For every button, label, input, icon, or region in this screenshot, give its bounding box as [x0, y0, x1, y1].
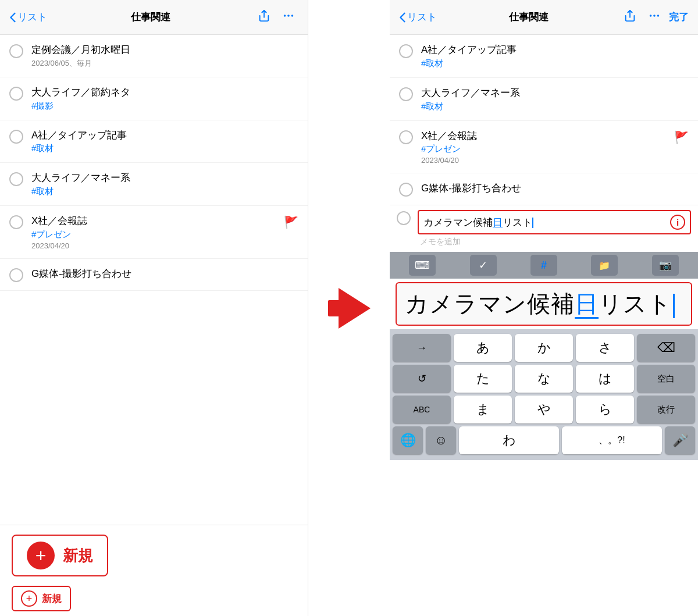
- item-checkbox[interactable]: [9, 130, 23, 144]
- item-checkbox[interactable]: [9, 172, 23, 186]
- toolbar-hash-icon[interactable]: #: [530, 255, 557, 276]
- right-nav-bar: リスト 仕事関連 完了: [390, 0, 698, 35]
- item-title: 定例会議／月初水曜日: [31, 43, 298, 57]
- list-item[interactable]: 定例会議／月初水曜日 2023/06/05、毎月: [0, 35, 308, 77]
- flag-icon: 🚩: [674, 130, 689, 144]
- new-button-small-icon: +: [21, 590, 37, 607]
- toolbar-folder-icon[interactable]: 📁: [591, 255, 618, 276]
- svg-point-6: [653, 15, 656, 17]
- list-item[interactable]: A社／タイアップ記事 #取材: [390, 35, 698, 78]
- ime-preview-highlight: 日: [575, 291, 599, 319]
- item-title: G媒体-撮影打ち合わせ: [31, 267, 298, 281]
- left-more-icon[interactable]: [279, 9, 298, 25]
- key-ma[interactable]: ま: [454, 396, 512, 423]
- key-space[interactable]: 空白: [637, 365, 695, 393]
- key-abc[interactable]: ABC: [393, 396, 451, 423]
- editing-item-row[interactable]: カメラマン候補日リスト i メモを追加: [390, 205, 698, 252]
- item-title: A社／タイアップ記事: [421, 43, 689, 57]
- key-wa[interactable]: わ: [459, 426, 559, 454]
- right-more-icon[interactable]: [644, 9, 664, 25]
- item-date: 2023/04/20: [31, 241, 276, 250]
- list-item[interactable]: G媒体-撮影打ち合わせ: [390, 173, 698, 205]
- key-ha[interactable]: は: [576, 365, 634, 393]
- item-title: 大人ライフ／節約ネタ: [31, 86, 298, 99]
- item-checkbox[interactable]: [9, 215, 23, 229]
- arrow-container: [308, 0, 390, 616]
- item-tag: #撮影: [31, 101, 298, 112]
- keyboard-row-3: ABC ま や ら 改行: [393, 396, 695, 423]
- editing-item-checkbox[interactable]: [397, 211, 411, 225]
- item-content: X社／会報誌 #プレゼン 2023/04/20: [421, 129, 666, 165]
- item-checkbox[interactable]: [9, 44, 23, 58]
- key-globe[interactable]: 🌐: [393, 426, 423, 454]
- list-item[interactable]: X社／会報誌 #プレゼン 2023/04/20 🚩: [0, 206, 308, 259]
- list-item[interactable]: A社／タイアップ記事 #取材: [0, 120, 308, 163]
- left-share-icon[interactable]: [254, 9, 274, 25]
- right-panel: リスト 仕事関連 完了 A社／タイアップ記事 #取材: [390, 0, 698, 616]
- item-tag: #取材: [31, 143, 298, 154]
- right-share-icon[interactable]: [620, 9, 640, 25]
- item-content: G媒体-撮影打ち合わせ: [421, 181, 689, 195]
- key-ka[interactable]: か: [515, 334, 573, 362]
- key-undo[interactable]: ↺: [393, 365, 451, 393]
- right-back-label: リスト: [407, 10, 437, 24]
- item-checkbox[interactable]: [399, 44, 413, 58]
- right-back-button[interactable]: リスト: [399, 10, 437, 24]
- left-nav-bar: リスト 仕事関連: [0, 0, 308, 35]
- toolbar-keyboard-icon[interactable]: ⌨: [409, 255, 436, 276]
- item-title: X社／会報誌: [421, 129, 666, 143]
- new-button-small-label: 新規: [42, 592, 62, 606]
- toolbar-camera-icon[interactable]: 📷: [652, 255, 679, 276]
- editing-text-box[interactable]: カメラマン候補日リスト i: [418, 210, 691, 234]
- item-tag: #取材: [421, 58, 689, 69]
- right-done-button[interactable]: 完了: [669, 10, 689, 24]
- key-a[interactable]: あ: [454, 334, 512, 362]
- item-tag: #プレゼン: [421, 144, 666, 155]
- new-button-large[interactable]: + 新規: [12, 535, 108, 576]
- list-item[interactable]: G媒体-撮影打ち合わせ: [0, 259, 308, 291]
- key-ta[interactable]: た: [454, 365, 512, 393]
- key-punct[interactable]: 、。?!: [562, 426, 662, 454]
- right-list: A社／タイアップ記事 #取材 大人ライフ／マネー系 #取材 X社／会報誌 #プレ…: [390, 35, 698, 252]
- new-button-large-icon: +: [27, 542, 55, 569]
- left-panel: リスト 仕事関連 定例会議／月初水曜日 2023/06/05、毎月: [0, 0, 308, 616]
- item-content: 大人ライフ／マネー系 #取材: [421, 86, 689, 112]
- new-button-small[interactable]: + 新規: [12, 586, 71, 611]
- editing-item-content: カメラマン候補日リスト i メモを追加: [418, 210, 691, 247]
- key-mic[interactable]: 🎤: [665, 426, 695, 454]
- item-title: 大人ライフ／マネー系: [31, 171, 298, 185]
- ime-preview-text: カメラマン候補日リスト: [405, 291, 675, 316]
- list-item[interactable]: 大人ライフ／マネー系 #取材: [390, 78, 698, 121]
- list-item[interactable]: X社／会報誌 #プレゼン 2023/04/20 🚩: [390, 121, 698, 174]
- left-list: 定例会議／月初水曜日 2023/06/05、毎月 大人ライフ／節約ネタ #撮影 …: [0, 35, 308, 525]
- item-content: A社／タイアップ記事 #取材: [31, 129, 298, 155]
- item-content: 大人ライフ／節約ネタ #撮影: [31, 86, 298, 112]
- list-item[interactable]: 大人ライフ／マネー系 #取材: [0, 163, 308, 206]
- item-checkbox[interactable]: [399, 183, 413, 197]
- key-na[interactable]: な: [515, 365, 573, 393]
- keyboard-row-4: 🌐 ☺ わ 、。?! 🎤: [393, 426, 695, 454]
- key-ya[interactable]: や: [515, 396, 573, 423]
- item-checkbox[interactable]: [399, 87, 413, 101]
- svg-point-7: [657, 15, 660, 17]
- arrow-right: [328, 288, 371, 329]
- left-nav-title: 仕事関連: [52, 10, 250, 24]
- key-sa[interactable]: さ: [576, 334, 634, 362]
- keyboard-toolbar: ⌨ ✓ # 📁 📷: [390, 252, 698, 279]
- left-back-button[interactable]: リスト: [9, 10, 47, 24]
- key-ra[interactable]: ら: [576, 396, 634, 423]
- item-checkbox[interactable]: [399, 130, 413, 144]
- svg-point-2: [287, 15, 290, 17]
- key-emoji[interactable]: ☺: [426, 426, 456, 454]
- list-item[interactable]: 大人ライフ／節約ネタ #撮影: [0, 77, 308, 120]
- item-checkbox[interactable]: [9, 268, 23, 282]
- item-tag: #プレゼン: [31, 229, 276, 240]
- item-date: 2023/06/05、毎月: [31, 58, 298, 69]
- key-arrow-right[interactable]: →: [393, 334, 451, 362]
- key-enter[interactable]: 改行: [637, 396, 695, 423]
- info-circle-icon[interactable]: i: [670, 215, 685, 230]
- toolbar-checklist-icon[interactable]: ✓: [470, 255, 497, 276]
- item-checkbox[interactable]: [9, 87, 23, 101]
- svg-point-3: [291, 15, 294, 17]
- key-delete[interactable]: ⌫: [637, 334, 695, 362]
